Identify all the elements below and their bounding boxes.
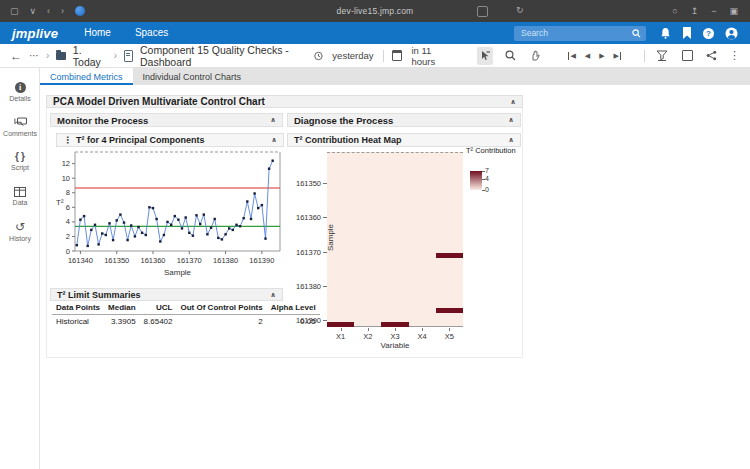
sidebar-item-history[interactable]: ↺ History	[0, 214, 40, 249]
data-point-marker[interactable]	[116, 219, 118, 221]
data-point-marker[interactable]	[76, 244, 78, 246]
breadcrumb-folder[interactable]: 1. Today	[73, 44, 107, 68]
data-point-marker[interactable]	[257, 207, 259, 209]
sidebar-item-details[interactable]: i Details	[0, 74, 40, 109]
data-point-marker[interactable]	[97, 243, 99, 245]
search-input[interactable]	[519, 27, 628, 39]
data-point-marker[interactable]	[141, 232, 143, 234]
back-arrow-icon[interactable]: ←	[10, 49, 22, 63]
data-point-marker[interactable]	[268, 168, 270, 170]
data-point-marker[interactable]	[130, 224, 132, 226]
data-point-marker[interactable]	[137, 226, 139, 228]
filter-button[interactable]	[654, 47, 670, 65]
data-point-marker[interactable]	[272, 160, 274, 162]
notifications-bell-icon[interactable]	[660, 27, 671, 39]
sidebar-item-data[interactable]: Data	[0, 179, 40, 214]
data-point-marker[interactable]	[188, 232, 190, 234]
previous-page-button[interactable]: ◀	[585, 52, 590, 60]
panel-header-limit-summaries[interactable]: T² Limit Summaries ∧	[50, 288, 283, 301]
data-point-marker[interactable]	[159, 240, 161, 242]
heatmap-cell[interactable]	[436, 308, 463, 313]
data-point-marker[interactable]	[119, 213, 121, 215]
address-bar[interactable]: dev-live15.jmp.com	[0, 0, 750, 22]
data-point-marker[interactable]	[79, 219, 81, 221]
data-point-marker[interactable]	[195, 214, 197, 216]
fullscreen-button[interactable]	[679, 47, 695, 65]
shield-icon[interactable]: ○	[672, 7, 677, 16]
data-point-marker[interactable]	[232, 229, 234, 231]
heatmap-cell[interactable]	[327, 322, 354, 327]
sidebar-item-comments[interactable]: Comments	[0, 109, 40, 144]
t2-contribution-heatmap[interactable]: Sample	[327, 152, 463, 327]
browser-forward-icon[interactable]: ›	[61, 7, 64, 16]
data-point-marker[interactable]	[185, 216, 187, 218]
heatmap-cell[interactable]	[436, 253, 463, 258]
tab-individual-control-charts[interactable]: Individual Control Charts	[133, 68, 252, 85]
data-point-marker[interactable]	[221, 238, 223, 240]
reload-icon[interactable]: ↻	[516, 5, 524, 15]
collapse-chevron-icon[interactable]: ∧	[270, 116, 276, 124]
data-point-marker[interactable]	[199, 223, 201, 225]
minimize-icon[interactable]: −	[711, 7, 716, 16]
panel-header-t2-chart[interactable]: ⋮ T² for 4 Principal Components ∧	[56, 133, 284, 147]
panel-header-heatmap[interactable]: T² Contribution Heat Map ∧	[287, 133, 521, 147]
first-page-button[interactable]: ◀	[568, 52, 575, 60]
data-point-marker[interactable]	[108, 222, 110, 224]
data-point-marker[interactable]	[94, 224, 96, 226]
extension-icon[interactable]	[477, 6, 488, 17]
zoom-tool-button[interactable]	[502, 47, 518, 65]
tab-combined-metrics[interactable]: Combined Metrics	[40, 68, 133, 85]
data-point-marker[interactable]	[145, 234, 147, 236]
collapse-chevron-icon[interactable]: ∧	[508, 116, 514, 124]
data-point-marker[interactable]	[235, 224, 237, 226]
url-text[interactable]: dev-live15.jmp.com	[337, 6, 414, 16]
panel-header-pca[interactable]: PCA Model Driven Multivariate Control Ch…	[46, 95, 523, 108]
data-point-marker[interactable]	[264, 237, 266, 239]
search-box[interactable]	[514, 26, 646, 41]
data-point-marker[interactable]	[148, 206, 150, 208]
window-icon[interactable]: ▢	[10, 7, 19, 16]
data-point-marker[interactable]	[170, 224, 172, 226]
data-point-marker[interactable]	[126, 239, 128, 241]
bookmark-icon[interactable]	[682, 27, 692, 39]
data-point-marker[interactable]	[163, 234, 165, 236]
data-point-marker[interactable]	[155, 218, 157, 220]
nav-spaces[interactable]: Spaces	[123, 22, 180, 44]
collapse-chevron-icon[interactable]: ∧	[508, 136, 514, 144]
hand-tool-button[interactable]	[527, 47, 543, 65]
breadcrumb-overflow-icon[interactable]: ⋯	[29, 50, 39, 61]
jmplive-logo[interactable]: jmplive	[0, 26, 72, 41]
browser-back-icon[interactable]: ‹	[47, 7, 50, 16]
chevron-down-icon[interactable]: ∨	[30, 7, 37, 16]
data-point-marker[interactable]	[203, 213, 205, 215]
data-point-marker[interactable]	[214, 218, 216, 220]
share-button[interactable]	[704, 47, 720, 65]
data-point-marker[interactable]	[90, 229, 92, 231]
data-point-marker[interactable]	[134, 235, 136, 237]
data-point-marker[interactable]	[228, 227, 230, 229]
data-point-marker[interactable]	[243, 217, 245, 219]
tabs-overview-icon[interactable]: ▣	[729, 7, 738, 16]
last-page-button[interactable]: ▶	[614, 52, 621, 60]
data-point-marker[interactable]	[246, 200, 248, 202]
data-point-marker[interactable]	[101, 232, 103, 234]
data-point-marker[interactable]	[206, 233, 208, 235]
data-point-marker[interactable]	[83, 215, 85, 217]
t2-control-chart[interactable]: 0246810121613401613501613601613701613801…	[54, 146, 286, 282]
panel-header-diagnose[interactable]: Diagnose the Process ∧	[287, 113, 521, 127]
data-point-marker[interactable]	[253, 192, 255, 194]
data-point-marker[interactable]	[166, 221, 168, 223]
data-point-marker[interactable]	[261, 204, 263, 206]
data-point-marker[interactable]	[105, 234, 107, 236]
collapse-chevron-icon[interactable]: ∧	[271, 136, 277, 144]
data-point-marker[interactable]	[112, 239, 114, 241]
data-point-marker[interactable]	[250, 218, 252, 220]
sidebar-item-script[interactable]: { } Script	[0, 144, 40, 179]
data-point-marker[interactable]	[152, 207, 154, 209]
data-point-marker[interactable]	[177, 219, 179, 221]
avatar[interactable]	[725, 27, 738, 40]
data-point-marker[interactable]	[174, 215, 176, 217]
data-point-marker[interactable]	[224, 233, 226, 235]
data-point-marker[interactable]	[239, 225, 241, 227]
help-icon[interactable]: ?	[703, 28, 714, 39]
